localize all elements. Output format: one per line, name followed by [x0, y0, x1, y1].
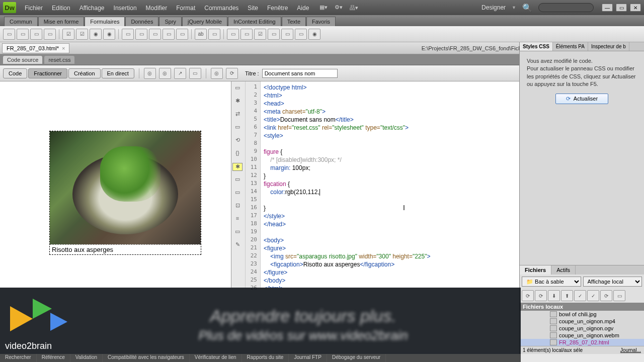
tab-favoris[interactable]: Favoris — [306, 17, 336, 26]
results-tab[interactable]: Rechercher — [0, 354, 37, 362]
jump-menu-icon[interactable]: ▭ — [135, 29, 147, 40]
gear-icon[interactable]: ⚙▾ — [335, 4, 343, 12]
spry-checkbox-icon[interactable]: ☑ — [254, 29, 266, 40]
tab-commun[interactable]: Commun — [4, 17, 38, 26]
get-icon[interactable]: ⬇ — [548, 290, 560, 301]
indent-icon[interactable]: ⊡ — [232, 202, 243, 210]
risotto-image[interactable] — [50, 131, 201, 244]
files-tab[interactable]: Fichiers — [520, 265, 551, 275]
panel-tab[interactable]: Inspecteur de b — [588, 42, 629, 51]
live-code-icon[interactable]: ◎ — [159, 68, 171, 79]
figure-element[interactable]: Risotto aux asperges — [49, 131, 201, 255]
spry-select-icon[interactable]: ▭ — [268, 29, 280, 40]
view-en direct[interactable]: En direct — [102, 68, 134, 78]
menu-insertion[interactable]: Insertion — [109, 5, 141, 12]
button-icon[interactable]: ▭ — [176, 29, 188, 40]
syntax-icon[interactable]: ▭ — [232, 176, 243, 184]
put-icon[interactable]: ⬆ — [561, 290, 573, 301]
results-tab[interactable]: Débogage du serveur — [327, 354, 386, 362]
fieldset-icon[interactable]: ▭ — [208, 29, 220, 40]
close-button[interactable]: ✕ — [630, 4, 641, 12]
expand-files-icon[interactable]: ▭ — [613, 290, 625, 301]
maximize-button[interactable]: ▭ — [616, 4, 627, 12]
document-tab[interactable]: FR_285_07_03.html* × — [2, 43, 69, 53]
file-row[interactable]: FR_285_07_02.html — [520, 339, 644, 346]
title-input[interactable] — [262, 69, 338, 78]
file-row[interactable]: coupe_un_oignon.mp4 — [520, 318, 644, 325]
file-row[interactable]: bowl of chili.jpg — [520, 311, 644, 318]
open-docs-icon[interactable]: ▭ — [232, 84, 243, 93]
site-select[interactable]: 📁 Bac à sable — [522, 277, 581, 287]
figcaption[interactable]: Risotto aux asperges — [50, 244, 201, 254]
tab-formulaires[interactable]: Formulaires — [85, 17, 125, 26]
connect-icon[interactable]: ⟳ — [522, 290, 534, 301]
tab-données[interactable]: Données — [125, 17, 158, 26]
results-tab[interactable]: Rapports du site — [242, 354, 289, 362]
related-file-tab[interactable]: Code source — [3, 56, 42, 64]
files-tab[interactable]: Actifs — [551, 265, 576, 275]
image-field-icon[interactable]: ▭ — [149, 29, 161, 40]
tab-texte[interactable]: Texte — [282, 17, 306, 26]
tab-spry[interactable]: Spry — [159, 17, 182, 26]
live-view-icon[interactable]: ◎ — [144, 68, 156, 79]
file-list[interactable]: bowl of chili.jpgcoupe_un_oignon.mp4coup… — [520, 311, 644, 346]
file-row[interactable]: coupe_un_oignon.ogv — [520, 325, 644, 332]
word-wrap-icon[interactable]: ▭ — [232, 189, 243, 197]
menu-modifier[interactable]: Modifier — [141, 5, 172, 12]
menu-edition[interactable]: Edition — [47, 5, 75, 12]
hidden-field-icon[interactable]: ▭ — [30, 29, 42, 40]
spry-textarea-icon[interactable]: ▭ — [240, 29, 253, 40]
panel-tab[interactable]: Éléments PA — [553, 42, 588, 51]
select-icon[interactable]: ▭ — [122, 29, 134, 40]
view-mode-select[interactable]: Affichage local — [583, 277, 642, 287]
results-tab[interactable]: Validation — [70, 354, 103, 362]
file-field-icon[interactable]: ▭ — [163, 29, 175, 40]
sync-icon[interactable]: 品▾ — [350, 4, 358, 12]
checkbox-icon[interactable]: ☑ — [62, 29, 74, 40]
minimize-button[interactable]: — — [602, 4, 613, 12]
browser-preview-icon[interactable]: ◎ — [211, 68, 223, 79]
results-tab[interactable]: Vérificateur de lien — [190, 354, 242, 362]
design-view[interactable]: Risotto aux asperges — [0, 81, 231, 288]
text-field-icon[interactable]: ▭ — [17, 29, 29, 40]
workspace-switcher[interactable]: Designer — [481, 4, 506, 11]
checkin-icon[interactable]: ✓ — [587, 290, 599, 301]
menu-format[interactable]: Format — [172, 5, 200, 12]
radio-group-icon[interactable]: ◉ — [103, 29, 115, 40]
checkout-icon[interactable]: ✓ — [574, 290, 586, 301]
layout-icon[interactable]: ▦▾ — [319, 4, 328, 12]
spry-password-icon[interactable]: ▭ — [281, 29, 293, 40]
close-tab-icon[interactable]: × — [62, 45, 65, 51]
radio-icon[interactable]: ◉ — [90, 29, 102, 40]
line-numbers-icon[interactable]: {} — [232, 150, 243, 158]
results-tab[interactable]: Référence — [37, 354, 70, 362]
view-fractionner[interactable]: Fractionner — [28, 68, 67, 78]
expand-icon[interactable]: ⇄ — [232, 111, 243, 119]
textarea-icon[interactable]: ▭ — [44, 29, 56, 40]
related-file-tab[interactable]: reset.css — [44, 56, 74, 64]
sync-files-icon[interactable]: ⟳ — [600, 290, 612, 301]
multiscreen-icon[interactable]: ▭ — [189, 68, 201, 79]
balance-icon[interactable]: ⟲ — [232, 137, 243, 145]
results-tab[interactable]: Compatibilité avec les navigateurs — [103, 354, 190, 362]
label-icon[interactable]: ab — [195, 29, 207, 40]
inspect-icon[interactable]: ↗ — [174, 68, 186, 79]
menu-aide[interactable]: Aide — [292, 5, 313, 12]
view-code[interactable]: Code — [3, 68, 27, 78]
highlight-icon[interactable]: ✱ — [232, 163, 243, 171]
spry-radio-icon[interactable]: ◉ — [308, 29, 320, 40]
tab-incontext-editing[interactable]: InContext Editing — [228, 17, 281, 26]
menu-fichier[interactable]: Fichier — [20, 5, 47, 12]
file-row[interactable]: coupe_un_oignon.webm — [520, 332, 644, 339]
parent-tag-icon[interactable]: ▭ — [232, 124, 243, 132]
refresh-button[interactable]: ⟳ Actualiser — [555, 94, 608, 104]
spry-confirm-icon[interactable]: ▭ — [295, 29, 307, 40]
spry-text-icon[interactable]: ▭ — [227, 29, 239, 40]
format-icon[interactable]: ▭ — [232, 228, 243, 236]
recent-snippets-icon[interactable]: ✎ — [232, 241, 243, 249]
menu-commandes[interactable]: Commandes — [200, 5, 243, 12]
search-input[interactable] — [538, 3, 594, 12]
tab-mise-en-forme[interactable]: Mise en forme — [38, 17, 85, 26]
refresh-icon[interactable]: ⟳ — [226, 68, 238, 79]
menu-site[interactable]: Site — [243, 5, 263, 12]
